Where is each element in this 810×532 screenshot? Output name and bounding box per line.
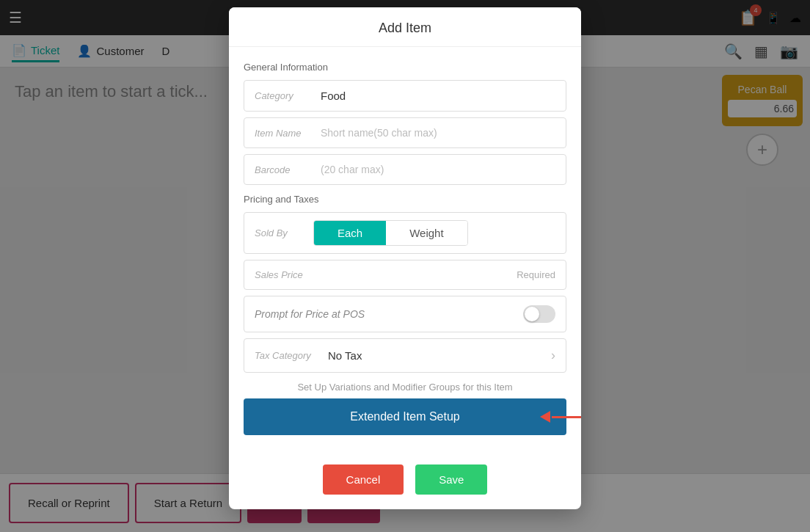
prompt-price-field: Prompt for Price at POS xyxy=(244,296,566,332)
barcode-label: Barcode xyxy=(255,164,321,175)
modal-overlay: Add Item General Information Category Fo… xyxy=(0,0,810,532)
section-divider: Pricing and Taxes xyxy=(244,194,566,205)
category-label: Category xyxy=(255,90,321,101)
item-name-label: Item Name xyxy=(255,128,321,139)
add-item-modal: Add Item General Information Category Fo… xyxy=(229,7,581,509)
modal-header: Add Item xyxy=(229,7,581,47)
item-name-placeholder: Short name(50 char max) xyxy=(321,127,437,139)
sales-price-required: Required xyxy=(321,269,555,280)
category-value: Food xyxy=(321,90,555,102)
sold-by-label: Sold By xyxy=(255,227,313,238)
barcode-field[interactable]: Barcode (20 char max) xyxy=(244,154,566,185)
arrow-head xyxy=(540,411,550,423)
sold-by-options: Each Weight xyxy=(313,220,468,246)
category-field[interactable]: Category Food xyxy=(244,80,566,112)
sales-price-field[interactable]: Sales Price Required xyxy=(244,260,566,290)
prompt-toggle[interactable] xyxy=(523,305,555,323)
extended-item-setup-button[interactable]: Extended Item Setup xyxy=(244,398,566,435)
sold-by-each-button[interactable]: Each xyxy=(314,221,386,245)
cancel-button[interactable]: Cancel xyxy=(323,464,404,495)
prompt-label: Prompt for Price at POS xyxy=(255,308,365,320)
sales-price-label: Sales Price xyxy=(255,269,321,280)
pricing-label: Pricing and Taxes xyxy=(244,194,566,205)
barcode-placeholder: (20 char max) xyxy=(321,164,384,175)
modal-title: Add Item xyxy=(379,21,431,35)
tax-category-label: Tax Category xyxy=(255,350,328,361)
chevron-right-icon: › xyxy=(551,348,555,363)
item-name-field[interactable]: Item Name Short name(50 char max) xyxy=(244,117,566,148)
general-info-label: General Information xyxy=(244,62,566,73)
tax-category-field[interactable]: Tax Category No Tax › xyxy=(244,338,566,373)
arrow-line xyxy=(552,416,581,418)
save-button[interactable]: Save xyxy=(415,464,487,495)
tax-category-value: No Tax xyxy=(328,349,551,362)
sold-by-field: Sold By Each Weight xyxy=(244,212,566,254)
modal-body: General Information Category Food Item N… xyxy=(229,47,581,459)
setup-note: Set Up Variations and Modifier Groups fo… xyxy=(244,382,566,393)
arrow-indicator xyxy=(540,411,581,423)
modal-footer: Cancel Save xyxy=(229,459,581,509)
toggle-knob xyxy=(525,307,539,321)
sold-by-weight-button[interactable]: Weight xyxy=(386,221,467,245)
